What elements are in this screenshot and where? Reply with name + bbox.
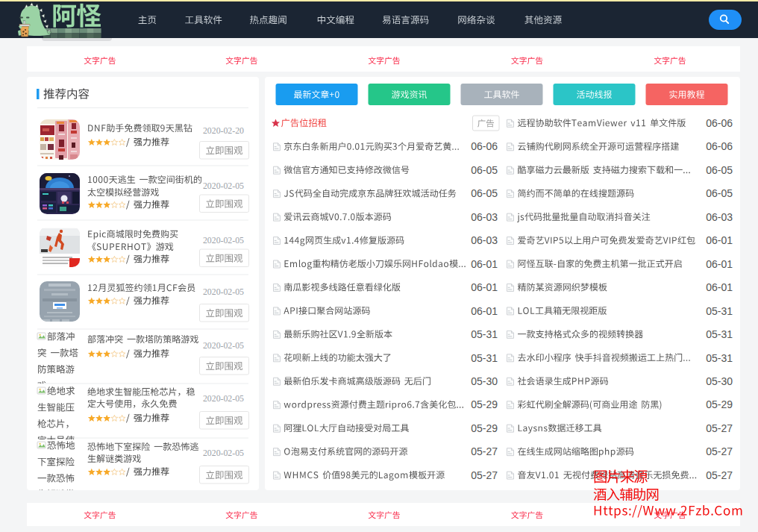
svg-text:05-27: 05-27 <box>706 422 733 434</box>
svg-text:06-05: 06-05 <box>706 187 733 199</box>
svg-text:2020-02-05: 2020-02-05 <box>203 340 244 351</box>
svg-text:05-27: 05-27 <box>706 469 733 481</box>
svg-text:2020-02-20: 2020-02-20 <box>203 125 244 136</box>
svg-text:2020-02-05: 2020-02-05 <box>203 448 244 458</box>
svg-text:05-31: 05-31 <box>706 305 733 317</box>
svg-text:06-06: 06-06 <box>706 117 733 129</box>
svg-text:05-27: 05-27 <box>471 445 498 457</box>
svg-text:06-01: 06-01 <box>706 281 733 293</box>
svg-text:2020-02-05: 2020-02-05 <box>203 235 244 245</box>
svg-text:06-01: 06-01 <box>706 234 733 246</box>
svg-text:06-05: 06-05 <box>706 164 733 176</box>
svg-text:06-01: 06-01 <box>706 258 733 270</box>
svg-text:05-29: 05-29 <box>706 398 733 410</box>
svg-text:06-03: 06-03 <box>706 211 733 223</box>
svg-text:06-03: 06-03 <box>471 234 498 246</box>
svg-text:05-30: 05-30 <box>706 375 733 387</box>
svg-text:06-05: 06-05 <box>471 187 498 199</box>
svg-text:06-06: 06-06 <box>471 140 498 152</box>
svg-text:05-27: 05-27 <box>471 469 498 481</box>
svg-text:06-01: 06-01 <box>471 281 498 293</box>
svg-text:05-31: 05-31 <box>706 328 733 340</box>
svg-text:06-03: 06-03 <box>471 211 498 223</box>
svg-text:06-05: 06-05 <box>471 164 498 176</box>
svg-text:05-27: 05-27 <box>706 445 733 457</box>
svg-text:05-30: 05-30 <box>471 375 498 387</box>
svg-text:2020-02-05: 2020-02-05 <box>203 287 244 297</box>
svg-text:05-31: 05-31 <box>471 328 498 340</box>
svg-text:06-01: 06-01 <box>471 305 498 317</box>
svg-text:05-29: 05-29 <box>471 422 498 434</box>
svg-text:06-01: 06-01 <box>471 258 498 270</box>
svg-text:05-31: 05-31 <box>706 352 733 364</box>
svg-text:05-29: 05-29 <box>471 398 498 410</box>
svg-text:05-31: 05-31 <box>471 352 498 364</box>
svg-text:2020-02-05: 2020-02-05 <box>203 181 244 191</box>
svg-text:2020-02-05: 2020-02-05 <box>203 393 244 404</box>
svg-text:06-06: 06-06 <box>706 140 733 152</box>
